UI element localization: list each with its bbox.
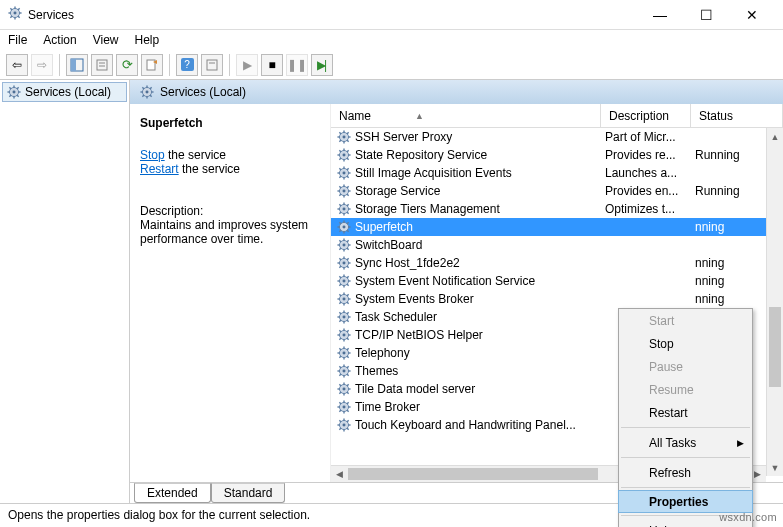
export-button[interactable] — [141, 54, 163, 76]
service-row[interactable]: State Repository ServiceProvides re...Ru… — [331, 146, 783, 164]
service-row[interactable]: Storage Tiers ManagementOptimizes t... — [331, 200, 783, 218]
service-row[interactable]: System Event Notification Servicenning — [331, 272, 783, 290]
tree-item-services-local[interactable]: Services (Local) — [2, 82, 127, 102]
svg-rect-12 — [97, 60, 107, 70]
column-description[interactable]: Description — [601, 104, 691, 127]
service-name: SwitchBoard — [355, 238, 422, 252]
service-name: Telephony — [355, 346, 410, 360]
tab-standard[interactable]: Standard — [211, 483, 286, 503]
service-row[interactable]: SwitchBoard — [331, 236, 783, 254]
service-row[interactable]: Storage ServiceProvides en...Running — [331, 182, 783, 200]
service-desc: Optimizes t... — [601, 202, 691, 216]
minimize-button[interactable]: — — [637, 0, 683, 30]
pause-service-button[interactable]: ❚❚ — [286, 54, 308, 76]
scroll-thumb[interactable] — [769, 307, 781, 387]
service-row[interactable]: Still Image Acquisition EventsLaunches a… — [331, 164, 783, 182]
service-name: Task Scheduler — [355, 310, 437, 324]
restart-service-button[interactable]: ▶| — [311, 54, 333, 76]
main-area: Services (Local) Services (Local) Superf… — [0, 80, 783, 503]
hscroll-thumb[interactable] — [348, 468, 598, 480]
show-hide-button[interactable] — [66, 54, 88, 76]
properties-sheet-button[interactable] — [201, 54, 223, 76]
menu-bar: File Action View Help — [0, 30, 783, 50]
service-row[interactable]: SSH Server ProxyPart of Micr... — [331, 128, 783, 146]
scroll-left-icon[interactable]: ◀ — [331, 466, 348, 482]
app-icon — [8, 6, 22, 23]
context-menu: Start Stop Pause Resume Restart All Task… — [618, 308, 753, 527]
list-header: Name▲ Description Status — [331, 104, 783, 128]
service-name: Superfetch — [355, 220, 413, 234]
cm-all-tasks[interactable]: All Tasks▶ — [619, 431, 752, 454]
svg-rect-16 — [207, 60, 217, 70]
service-name: System Events Broker — [355, 292, 474, 306]
cm-refresh[interactable]: Refresh — [619, 461, 752, 484]
service-name: Touch Keyboard and Handwriting Panel... — [355, 418, 576, 432]
forward-button[interactable]: ⇨ — [31, 54, 53, 76]
column-status[interactable]: Status — [691, 104, 783, 127]
maximize-button[interactable]: ☐ — [683, 0, 729, 30]
status-text: Opens the properties dialog box for the … — [8, 508, 310, 522]
service-name: SSH Server Proxy — [355, 130, 452, 144]
toolbar: ⇦ ⇨ ⟳ ? ▶ ■ ❚❚ ▶| — [0, 50, 783, 80]
service-row[interactable]: Sync Host_1fde2e2nning — [331, 254, 783, 272]
service-name: Themes — [355, 364, 398, 378]
window-title: Services — [28, 8, 637, 22]
scroll-up-icon[interactable]: ▲ — [767, 128, 783, 145]
service-name: Storage Service — [355, 184, 440, 198]
cm-properties[interactable]: Properties — [618, 490, 753, 513]
description-text: Maintains and improves system performanc… — [140, 218, 320, 246]
service-name: Time Broker — [355, 400, 420, 414]
start-service-button[interactable]: ▶ — [236, 54, 258, 76]
service-name: TCP/IP NetBIOS Helper — [355, 328, 483, 342]
menu-action[interactable]: Action — [43, 33, 76, 47]
cm-resume: Resume — [619, 378, 752, 401]
restart-link[interactable]: Restart — [140, 162, 179, 176]
close-button[interactable]: ✕ — [729, 0, 775, 30]
service-name: Storage Tiers Management — [355, 202, 500, 216]
sort-arrow-icon: ▲ — [415, 111, 424, 121]
watermark: wsxdn.com — [719, 511, 777, 523]
properties-button[interactable] — [91, 54, 113, 76]
cm-restart[interactable]: Restart — [619, 401, 752, 424]
stop-service-button[interactable]: ■ — [261, 54, 283, 76]
service-row[interactable]: Superfetchnning — [331, 218, 783, 236]
pane-header: Services (Local) — [130, 80, 783, 104]
service-row[interactable]: System Events Brokernning — [331, 290, 783, 308]
service-desc: Provides re... — [601, 148, 691, 162]
service-name: System Event Notification Service — [355, 274, 535, 288]
description-label: Description: — [140, 204, 320, 218]
pane-header-label: Services (Local) — [160, 85, 246, 99]
service-name: State Repository Service — [355, 148, 487, 162]
title-bar: Services — ☐ ✕ — [0, 0, 783, 30]
tree-item-label: Services (Local) — [25, 85, 111, 99]
cm-pause: Pause — [619, 355, 752, 378]
service-name: Tile Data model server — [355, 382, 475, 396]
selected-service-name: Superfetch — [140, 116, 320, 130]
back-button[interactable]: ⇦ — [6, 54, 28, 76]
submenu-arrow-icon: ▶ — [737, 438, 744, 448]
column-name[interactable]: Name▲ — [331, 104, 601, 127]
vertical-scrollbar[interactable]: ▲ ▼ — [766, 128, 783, 476]
scroll-down-icon[interactable]: ▼ — [767, 459, 783, 476]
menu-view[interactable]: View — [93, 33, 119, 47]
stop-link[interactable]: Stop — [140, 148, 165, 162]
service-desc: Part of Micr... — [601, 130, 691, 144]
description-pane: Superfetch Stop the service Restart the … — [130, 104, 330, 482]
help-button[interactable]: ? — [176, 54, 198, 76]
menu-file[interactable]: File — [8, 33, 27, 47]
refresh-button[interactable]: ⟳ — [116, 54, 138, 76]
service-name: Still Image Acquisition Events — [355, 166, 512, 180]
cm-start: Start — [619, 309, 752, 332]
cm-stop[interactable]: Stop — [619, 332, 752, 355]
service-name: Sync Host_1fde2e2 — [355, 256, 460, 270]
service-desc: Launches a... — [601, 166, 691, 180]
svg-rect-15 — [147, 60, 155, 70]
detail-pane: Services (Local) Superfetch Stop the ser… — [130, 80, 783, 503]
service-desc: Provides en... — [601, 184, 691, 198]
svg-rect-11 — [71, 59, 76, 71]
tab-extended[interactable]: Extended — [134, 483, 211, 503]
tree-pane: Services (Local) — [0, 80, 130, 503]
menu-help[interactable]: Help — [135, 33, 160, 47]
